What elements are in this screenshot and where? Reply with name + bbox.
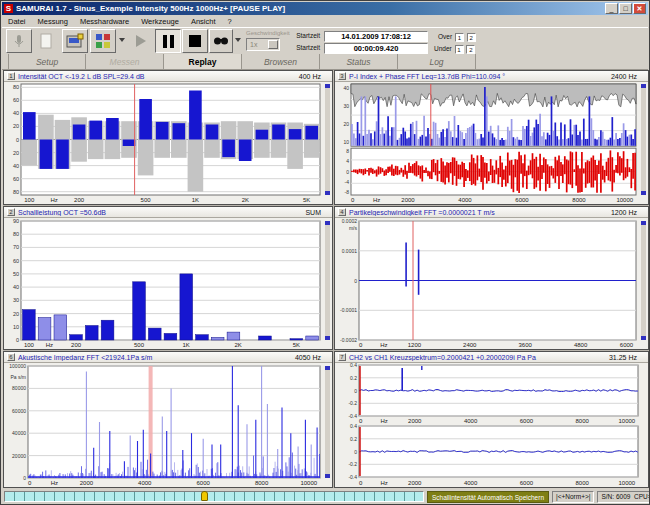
svg-text:2000: 2000 [80, 480, 94, 486]
svg-text:50: 50 [13, 271, 19, 277]
panel-intensity-title: Intensität OCT <-19.2 L dB SPL=29.4 dB [18, 73, 296, 80]
tab-replay[interactable]: Replay [164, 54, 242, 69]
cpu-usage: CPU=16% [634, 493, 650, 500]
svg-text:100: 100 [24, 197, 35, 203]
tab-status[interactable]: Status [320, 54, 398, 69]
svg-text:0: 0 [23, 475, 26, 481]
panel-kreuzspektrum-header[interactable]: 7 CH2 vs CH1 Kreuzspektrum=0.2000421 +0.… [335, 352, 648, 363]
impedanz-chart[interactable]: 100000800006000040000200000Pa s/m0Hz2000… [4, 363, 332, 487]
panel-pi-header[interactable]: 3 P-I Index + Phase FFT Leq=13.7dB Phi=1… [335, 71, 648, 82]
pi-index-phase-chart[interactable]: 40302010840-4-80Hz200040006000800010000 [335, 82, 648, 204]
close-button[interactable]: ✕ [633, 3, 646, 14]
panel-schallleistung-title: Schallleistung OCT =50.6dB [18, 209, 302, 216]
timeline-position-marker[interactable] [201, 491, 208, 501]
kreuzspektrum-chart[interactable]: 0.40.20-0.2-0.40Hz2000400060008000100000… [335, 363, 648, 487]
svg-text:0.0001: 0.0001 [342, 248, 358, 254]
replay-timeline[interactable] [4, 491, 424, 502]
schallleistung-chart[interactable]: 9080706050403020100100Hz2005001K2K5K [4, 218, 332, 349]
partikelgeschwindigkeit-chart[interactable]: 0.00020.00010-0.0001-0.0002m/s0Hz1200240… [335, 218, 648, 349]
tab-browsen[interactable]: Browsen [242, 54, 320, 69]
play-button[interactable] [128, 29, 154, 53]
svg-text:500: 500 [141, 197, 152, 203]
svg-text:Hz: Hz [380, 342, 387, 348]
stop-button[interactable] [182, 29, 208, 53]
window-titlebar[interactable]: S SAMURAI 1.7 - Sinus_Example Intensity … [2, 2, 648, 15]
window-layout-button[interactable] [90, 29, 116, 53]
panel-intensity-header[interactable]: 1 Intensität OCT <-19.2 L dB SPL=29.4 dB… [4, 71, 332, 82]
hardware-settings-button[interactable] [62, 29, 88, 53]
svg-text:10000: 10000 [300, 480, 317, 486]
svg-text:0.2: 0.2 [350, 436, 357, 442]
menu-messhardware[interactable]: Messhardware [74, 17, 135, 26]
svg-text:0: 0 [359, 480, 363, 486]
panel-schallleistung-readout: SUM [305, 209, 329, 216]
panel-pi-number: 3 [338, 72, 346, 80]
tab-bar: Setup Messen Replay Browsen Status Log [2, 54, 648, 70]
panel-intensity-oct: 1 Intensität OCT <-19.2 L dB SPL=29.4 dB… [3, 70, 333, 205]
over-label: Over [438, 33, 452, 40]
svg-text:0: 0 [359, 342, 363, 348]
over-indicator: Over 1 2 [438, 33, 476, 42]
menu-datei[interactable]: Datei [2, 17, 32, 26]
minimize-button[interactable]: _ [605, 3, 618, 14]
tab-messen[interactable]: Messen [86, 54, 164, 69]
tab-log[interactable]: Log [398, 54, 476, 69]
svg-text:8000: 8000 [255, 480, 269, 486]
speed-label: Geschwindigkeit [246, 30, 290, 36]
hardware-settings-icon [66, 33, 84, 49]
svg-text:80: 80 [13, 189, 19, 195]
panel-kreuzspektrum: 7 CH2 vs CH1 Kreuzspektrum=0.2000421 +0.… [334, 351, 649, 488]
intensity-oct-chart[interactable]: 80806060404020200100Hz2005001K2K5K [4, 82, 332, 204]
find-button[interactable] [209, 29, 233, 53]
panel-partikel-freq-readout: 1200 Hz [611, 209, 645, 216]
panel-impedanz-title: Akustische Impedanz FFT <21924.1Pa s/m [18, 354, 292, 361]
svg-text:4000: 4000 [464, 480, 478, 486]
svg-text:2000: 2000 [408, 480, 422, 486]
over-ch1-indicator: 1 [455, 33, 464, 42]
svg-text:m/s: m/s [349, 225, 358, 231]
window-title: SAMURAI 1.7 - Sinus_Example Intensity 50… [16, 4, 605, 13]
panel-impedanz-header[interactable]: 6 Akustische Impedanz FFT <21924.1Pa s/m… [4, 352, 332, 363]
menu-ansicht[interactable]: Ansicht [185, 17, 222, 26]
panel-impedanz-freq-readout: 4050 Hz [295, 354, 329, 361]
svg-text:40: 40 [343, 85, 349, 91]
speed-combobox[interactable]: 1x [246, 38, 280, 51]
play-icon [136, 35, 146, 47]
under-label: Under [434, 45, 452, 52]
svg-text:Pa s/m: Pa s/m [10, 374, 26, 380]
svg-text:0.2: 0.2 [350, 375, 357, 381]
svg-text:10000: 10000 [616, 197, 633, 203]
speed-combo-arrow[interactable] [268, 40, 278, 49]
svg-text:-0.2: -0.2 [348, 461, 357, 467]
maximize-button[interactable]: □ [619, 3, 632, 14]
svg-text:3600: 3600 [519, 342, 533, 348]
pause-button[interactable] [155, 29, 181, 53]
menu-werkzeuge[interactable]: Werkzeuge [135, 17, 185, 26]
panel-schallleistung-header[interactable]: 2 Schallleistung OCT =50.6dB SUM [4, 207, 332, 218]
svg-text:8000: 8000 [572, 197, 586, 203]
menu-messung[interactable]: Messung [32, 17, 74, 26]
new-measurement-button[interactable] [33, 29, 59, 53]
svg-text:6000: 6000 [197, 480, 211, 486]
svg-text:100000: 100000 [9, 363, 26, 369]
svg-text:6000: 6000 [520, 480, 534, 486]
under-ch1-indicator: 1 [455, 45, 464, 54]
panel-impedanz-number: 6 [7, 353, 15, 361]
panel-partikel-header[interactable]: 4 Partikelgeschwindigkeit FFT =0.0000021… [335, 207, 648, 218]
tab-setup[interactable]: Setup [8, 54, 86, 69]
svg-text:-0.4: -0.4 [348, 413, 357, 419]
svg-text:6000: 6000 [515, 197, 529, 203]
find-dropdown-arrow[interactable] [235, 38, 241, 42]
svg-text:2K: 2K [242, 197, 249, 203]
svg-text:1K: 1K [192, 197, 199, 203]
svg-text:4: 4 [346, 158, 349, 164]
start-time-label: Startzeit [290, 32, 320, 39]
pause-icon [163, 35, 174, 48]
record-button[interactable] [6, 29, 32, 53]
svg-text:Hz: Hz [51, 480, 58, 486]
under-ch2-indicator: 2 [466, 45, 475, 54]
svg-text:0: 0 [16, 137, 19, 143]
menu-help[interactable]: ? [222, 17, 238, 26]
svg-text:-8: -8 [345, 189, 350, 195]
layout-dropdown-arrow[interactable] [119, 38, 125, 42]
